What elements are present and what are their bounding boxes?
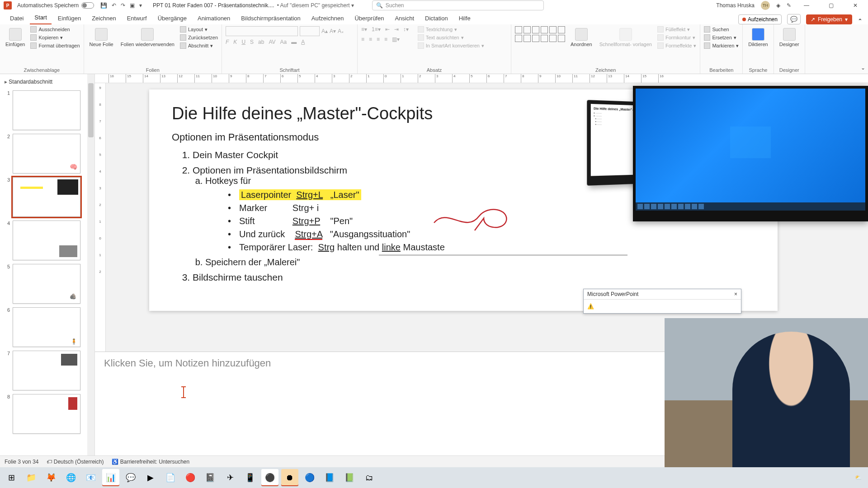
thumbnail-1[interactable]: 1 bbox=[4, 90, 93, 130]
vlc-icon[interactable]: ▶ bbox=[142, 469, 159, 486]
user-avatar[interactable]: TH bbox=[761, 1, 770, 10]
thumbnail-4[interactable]: 4 bbox=[4, 221, 93, 260]
toggle-switch-icon[interactable] bbox=[81, 2, 94, 9]
align-center-icon[interactable]: ≡ bbox=[369, 36, 372, 42]
tab-start[interactable]: Start bbox=[30, 11, 51, 24]
new-slide-button[interactable]: Neue Folie bbox=[88, 26, 115, 49]
tab-aufzeichnen[interactable]: Aufzeichnen bbox=[307, 12, 349, 24]
file-explorer-icon[interactable]: 📁 bbox=[23, 469, 40, 486]
increase-font-icon[interactable]: A▴ bbox=[321, 28, 328, 34]
shape-fill-button[interactable]: Fülleffekt ▾ bbox=[657, 26, 697, 33]
case-icon[interactable]: Aa bbox=[280, 39, 287, 45]
thumbnail-2[interactable]: 2🧠 bbox=[4, 134, 93, 174]
reuse-slides-button[interactable]: Folien wiederverwenden bbox=[119, 26, 176, 49]
diamond-icon[interactable]: ◈ bbox=[776, 2, 780, 9]
pen-icon[interactable]: ✎ bbox=[787, 2, 791, 9]
list-item[interactable]: Speichern der „Malerei" bbox=[205, 257, 755, 267]
tab-ueberpruefen[interactable]: Überprüfen bbox=[350, 12, 388, 24]
copy-button[interactable]: Kopieren ▾ bbox=[30, 34, 80, 41]
find-button[interactable]: Suchen bbox=[704, 26, 739, 33]
tab-bildschirmpraesentation[interactable]: Bildschirmpräsentation bbox=[236, 12, 305, 24]
align-right-icon[interactable]: ≡ bbox=[377, 36, 380, 42]
designer-button[interactable]: Designer bbox=[778, 26, 801, 49]
thumbnail-7[interactable]: 7 bbox=[4, 351, 93, 390]
replace-button[interactable]: Ersetzen ▾ bbox=[704, 34, 739, 41]
clear-format-icon[interactable]: Aₓ bbox=[338, 28, 344, 34]
undo-icon[interactable]: ↶ bbox=[112, 2, 116, 9]
qat-dropdown-icon[interactable]: ▾ bbox=[139, 2, 142, 9]
tab-einfuegen[interactable]: Einfügen bbox=[53, 12, 85, 24]
system-tray[interactable]: ⛅ bbox=[855, 474, 865, 481]
present-icon[interactable]: ▣ bbox=[130, 2, 135, 9]
maximize-button[interactable]: ▢ bbox=[822, 2, 840, 9]
justify-icon[interactable]: ≡ bbox=[384, 36, 387, 42]
vertical-ruler[interactable]: 987654321012 bbox=[95, 83, 106, 352]
layout-button[interactable]: Layout ▾ bbox=[180, 26, 218, 33]
horizontal-ruler[interactable]: 1615141312111098765432101234567891011121… bbox=[95, 74, 868, 83]
tab-uebergaenge[interactable]: Übergänge bbox=[153, 12, 191, 24]
quick-styles-button[interactable]: Schnellformat- vorlagen bbox=[598, 26, 654, 49]
app-icon[interactable]: 📱 bbox=[241, 469, 259, 486]
start-button[interactable]: ⊞ bbox=[3, 469, 20, 486]
app-icon[interactable]: 🔴 bbox=[182, 469, 199, 486]
decrease-font-icon[interactable]: A▾ bbox=[330, 28, 336, 34]
numbering-icon[interactable]: 1≡▾ bbox=[372, 26, 381, 33]
shadow-icon[interactable]: ab bbox=[258, 39, 264, 45]
comments-icon[interactable]: 💬 bbox=[787, 14, 801, 24]
record-button[interactable]: Aufzeichnen bbox=[738, 14, 782, 24]
share-button[interactable]: ↗Freigeben▾ bbox=[806, 14, 852, 24]
columns-icon[interactable]: ▥▾ bbox=[392, 36, 400, 42]
word-icon[interactable]: 📘 bbox=[321, 469, 338, 486]
recording-icon[interactable]: ⏺ bbox=[281, 469, 298, 486]
save-location-hint[interactable]: • Auf "diesem PC" gespeichert ▾ bbox=[277, 2, 354, 9]
list-item[interactable]: Bildschirme tauschen bbox=[193, 272, 755, 283]
linespacing-icon[interactable]: ↕▾ bbox=[403, 26, 409, 33]
user-name[interactable]: Thomas Hruska bbox=[716, 2, 755, 9]
text-direction-button[interactable]: Textrichtung ▾ bbox=[418, 26, 484, 33]
minimize-button[interactable]: — bbox=[797, 2, 816, 9]
font-family-select[interactable] bbox=[226, 26, 298, 36]
bullets-icon[interactable]: ≡▾ bbox=[361, 26, 367, 33]
document-name[interactable]: PPT 01 Roter Faden 007 - Präsentationste… bbox=[153, 2, 274, 9]
powerpoint-taskbar-icon[interactable]: 📊 bbox=[102, 469, 119, 486]
font-size-select[interactable] bbox=[300, 26, 320, 36]
thumbnails-scrollbar[interactable] bbox=[87, 74, 94, 455]
collapse-ribbon-icon[interactable]: ⌃ bbox=[858, 18, 863, 24]
format-painter-button[interactable]: Format übertragen bbox=[30, 42, 80, 49]
italic-icon[interactable]: K bbox=[233, 39, 237, 45]
font-color-icon[interactable]: A bbox=[301, 39, 305, 45]
hotkey-row[interactable]: Temporärer Laser: Strg halten und linke … bbox=[228, 242, 755, 253]
tab-dictation[interactable]: Dictation bbox=[420, 12, 453, 24]
chrome-icon[interactable]: 🌐 bbox=[62, 469, 80, 486]
onenote-icon[interactable]: 📓 bbox=[202, 469, 219, 486]
select-button[interactable]: Markieren ▾ bbox=[704, 42, 739, 49]
shape-effects-button[interactable]: Formeffekte ▾ bbox=[657, 42, 697, 49]
dialog-close-icon[interactable]: × bbox=[734, 291, 737, 297]
excel-icon[interactable]: 📗 bbox=[341, 469, 358, 486]
tab-ansicht[interactable]: Ansicht bbox=[390, 12, 419, 24]
section-button[interactable]: Abschnitt ▾ bbox=[180, 42, 218, 49]
telegram-icon[interactable]: ✈ bbox=[222, 469, 239, 486]
align-left-icon[interactable]: ≡ bbox=[361, 36, 364, 42]
highlight-icon[interactable]: ▬ bbox=[291, 39, 297, 45]
indent-icon[interactable]: ⇥ bbox=[394, 26, 399, 33]
align-text-button[interactable]: Text ausrichten ▾ bbox=[418, 34, 484, 41]
skype-icon[interactable]: 💬 bbox=[122, 469, 139, 486]
thumbnail-5[interactable]: 5🪨 bbox=[4, 264, 93, 304]
outdent-icon[interactable]: ⇤ bbox=[385, 26, 390, 33]
app-icon[interactable]: 📄 bbox=[162, 469, 179, 486]
tab-hilfe[interactable]: Hilfe bbox=[454, 12, 475, 24]
shapes-gallery[interactable] bbox=[515, 26, 565, 42]
app-icon[interactable]: 🔵 bbox=[301, 469, 318, 486]
accessibility-check[interactable]: ♿ Barrierefreiheit: Untersuchen bbox=[112, 459, 189, 465]
outlook-icon[interactable]: 📧 bbox=[82, 469, 99, 486]
smartart-button[interactable]: In SmartArt konvertieren ▾ bbox=[418, 42, 484, 49]
paste-button[interactable]: Einfügen bbox=[4, 26, 27, 49]
strike-icon[interactable]: S bbox=[250, 39, 254, 45]
slide-counter[interactable]: Folie 3 von 34 bbox=[5, 459, 38, 465]
weather-icon[interactable]: ⛅ bbox=[855, 474, 862, 481]
autosave-toggle[interactable]: Automatisches Speichern bbox=[17, 2, 94, 9]
ribbon-options-icon[interactable]: ⌄ bbox=[861, 65, 865, 71]
search-box[interactable]: 🔍 Suchen bbox=[372, 0, 544, 10]
close-button[interactable]: ✕ bbox=[846, 2, 864, 9]
